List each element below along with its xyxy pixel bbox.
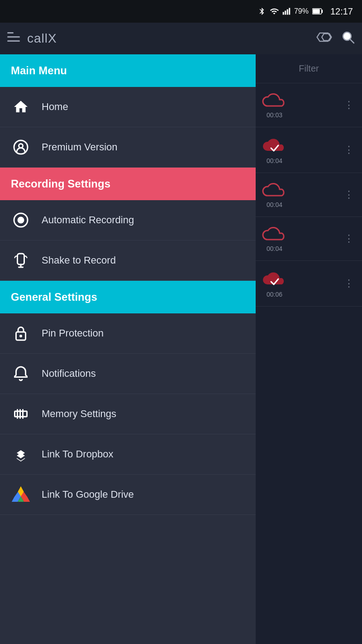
svg-rect-7 (7, 32, 14, 34)
more-options-button[interactable]: ⋮ (342, 231, 356, 246)
svg-line-13 (350, 39, 354, 43)
status-icons: 79% 12:17 (258, 6, 353, 17)
sidebar-item-notifications[interactable]: Notifications (0, 354, 256, 394)
svg-rect-8 (7, 36, 20, 38)
recording-settings-header: Recording Settings (0, 168, 256, 200)
more-options-button[interactable]: ⋮ (342, 97, 356, 113)
cloud-outline-icon (262, 225, 287, 243)
svg-point-20 (19, 335, 22, 337)
right-panel: Filter 00:03 ⋮ 00:04 ⋮ (256, 54, 362, 644)
main-layout: Main Menu Home Premium Version (0, 54, 362, 644)
cloud-icon-container: 00:06 (262, 269, 287, 298)
more-options-button[interactable]: ⋮ (342, 276, 356, 291)
app-title: callX (27, 31, 57, 46)
record-icon (11, 210, 31, 230)
sidebar-item-link-dropbox[interactable]: Link To Dropbox (0, 434, 256, 475)
svg-marker-37 (18, 486, 24, 492)
cloud-filled-icon (262, 135, 287, 155)
cloud-filled-icon (262, 269, 287, 289)
recording-item: 00:04 ⋮ (256, 217, 362, 261)
recording-item: 00:04 ⋮ (256, 173, 362, 217)
recording-item: 00:03 ⋮ (256, 83, 362, 127)
link-google-drive-label: Link To Google Drive (42, 489, 134, 500)
svg-rect-1 (285, 11, 286, 15)
svg-point-17 (18, 217, 24, 224)
sidebar-item-shake-record[interactable]: Shake to Record (0, 240, 256, 281)
link-dropbox-label: Link To Dropbox (42, 448, 114, 460)
cloud-outline-icon (262, 181, 287, 199)
sidebar-item-memory-settings[interactable]: Memory Settings (0, 394, 256, 434)
bell-icon (11, 364, 31, 384)
home-icon (11, 97, 31, 117)
search-icon[interactable] (341, 30, 355, 47)
cloud-outline-icon (262, 91, 287, 110)
battery-icon (312, 8, 323, 15)
sidebar-item-auto-recording[interactable]: Automatic Recording (0, 200, 256, 240)
status-bar: 79% 12:17 (0, 0, 362, 23)
svg-rect-3 (289, 8, 290, 15)
memory-icon (11, 404, 31, 424)
filter-label: Filter (256, 54, 362, 83)
hamburger-icon[interactable] (7, 32, 20, 45)
cloud-icon-container: 00:04 (262, 135, 287, 164)
svg-rect-18 (18, 254, 24, 264)
sidebar-item-premium[interactable]: Premium Version (0, 127, 256, 168)
svg-rect-2 (287, 10, 288, 15)
signal-icon (282, 7, 291, 16)
recording-duration: 00:04 (267, 245, 282, 252)
auto-recording-label: Automatic Recording (42, 214, 134, 226)
tag-icon[interactable] (315, 30, 332, 48)
bluetooth-icon (258, 7, 266, 16)
svg-rect-6 (313, 9, 319, 13)
recording-item: 00:04 ⋮ (256, 127, 362, 173)
recording-duration: 00:03 (267, 111, 282, 119)
sidebar-item-link-google-drive[interactable]: Link To Google Drive (0, 475, 256, 515)
general-settings-header: General Settings (0, 281, 256, 313)
memory-settings-label: Memory Settings (42, 408, 116, 420)
svg-rect-5 (322, 10, 323, 13)
cloud-icon-container: 00:04 (262, 181, 287, 208)
dropbox-icon (11, 444, 31, 464)
more-options-button[interactable]: ⋮ (342, 187, 356, 202)
cloud-icon-container: 00:04 (262, 225, 287, 252)
main-menu-header: Main Menu (0, 54, 256, 87)
sidebar-item-home[interactable]: Home (0, 87, 256, 127)
recording-duration: 00:06 (267, 291, 282, 298)
top-right-icons (315, 30, 355, 48)
more-options-button[interactable]: ⋮ (342, 142, 356, 158)
pin-protection-label: Pin Protection (42, 327, 104, 339)
battery-percentage: 79% (294, 7, 309, 15)
home-label: Home (42, 101, 68, 113)
notifications-label: Notifications (42, 368, 96, 380)
wifi-icon (270, 7, 279, 16)
recording-duration: 00:04 (267, 201, 282, 208)
premium-icon (11, 137, 31, 157)
sidebar: Main Menu Home Premium Version (0, 54, 256, 644)
status-time: 12:17 (330, 6, 353, 17)
shake-icon (11, 250, 31, 270)
sidebar-item-pin-protection[interactable]: Pin Protection (0, 313, 256, 354)
gdrive-icon (11, 485, 31, 505)
svg-rect-0 (283, 12, 284, 15)
premium-label: Premium Version (42, 141, 118, 153)
svg-rect-9 (7, 40, 20, 42)
top-bar: callX (0, 23, 362, 54)
pin-icon (11, 323, 31, 343)
recording-duration: 00:04 (267, 157, 282, 164)
shake-record-label: Shake to Record (42, 255, 116, 266)
svg-marker-11 (322, 34, 331, 40)
cloud-icon-container: 00:03 (262, 91, 287, 119)
recording-item: 00:06 ⋮ (256, 261, 362, 307)
